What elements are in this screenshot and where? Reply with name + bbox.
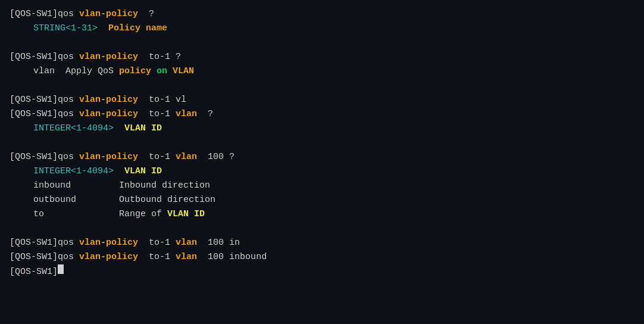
terminal-text: vlan-policy <box>79 150 138 164</box>
indent-spacer <box>10 193 33 207</box>
terminal-text: to-1 ? <box>138 50 181 64</box>
terminal-text: [QOS-SW1] <box>10 265 58 279</box>
terminal-text: [QOS-SW1] <box>10 150 58 164</box>
terminal-text: to-1 <box>138 236 176 250</box>
terminal-text: Outbound direction <box>119 193 215 207</box>
terminal-text: policy <box>119 64 151 79</box>
terminal-text: vlan <box>176 236 197 250</box>
terminal-text: [QOS-SW1] <box>10 236 58 250</box>
terminal-text: STRING<1-31> <box>33 21 108 36</box>
terminal-text: [QOS-SW1] <box>10 7 58 21</box>
terminal-text: to-1 <box>138 250 176 264</box>
terminal-text <box>74 7 79 21</box>
terminal-text: 100 ? <box>197 150 235 164</box>
line9: INTEGER<1-4094> VLAN ID <box>10 164 634 179</box>
terminal-text: ? <box>197 107 213 122</box>
terminal-text <box>74 107 79 122</box>
line7: INTEGER<1-4094> VLAN ID <box>10 122 634 136</box>
terminal-text <box>74 250 79 264</box>
blank3 <box>10 136 634 150</box>
terminal-text: vlan <box>176 107 197 122</box>
terminal-content: [QOS-SW1]qos vlan-policy ? STRING<1-31> … <box>10 7 634 279</box>
terminal-text: to-1 <box>138 107 176 122</box>
line14: [QOS-SW1]qos vlan-policy to-1 vlan 100 i… <box>10 250 634 264</box>
line10: inbound Inbound direction <box>10 179 634 193</box>
terminal-cursor <box>58 264 64 274</box>
line2: STRING<1-31> Policy name <box>10 21 634 36</box>
terminal-text: Range of <box>119 207 167 222</box>
terminal-text <box>151 64 157 79</box>
indent-spacer <box>10 207 33 222</box>
terminal-text: qos <box>58 236 74 250</box>
blank4 <box>10 222 634 236</box>
line8: [QOS-SW1]qos vlan-policy to-1 vlan 100 ? <box>10 150 634 164</box>
line6: [QOS-SW1]qos vlan-policy to-1 vlan ? <box>10 107 634 122</box>
terminal-text <box>74 50 79 64</box>
terminal-text: qos <box>58 93 74 107</box>
terminal-text <box>74 93 79 107</box>
indent-spacer <box>10 21 33 36</box>
terminal-text <box>74 150 79 164</box>
line3: [QOS-SW1]qos vlan-policy to-1 ? <box>10 50 634 64</box>
terminal-text: on <box>157 64 167 79</box>
terminal-text: vlan-policy <box>79 50 138 64</box>
terminal-text: [QOS-SW1] <box>10 50 58 64</box>
terminal-text: vlan-policy <box>79 7 138 21</box>
indent-spacer <box>10 122 33 136</box>
terminal-text: [QOS-SW1] <box>10 93 58 107</box>
terminal-text: vlan Apply QoS <box>33 64 119 79</box>
line4: vlan Apply QoS policy on VLAN <box>10 64 634 79</box>
terminal-text: to-1 <box>138 150 176 164</box>
terminal-text: VLAN <box>173 64 194 79</box>
terminal-text: Inbound direction <box>119 179 210 193</box>
terminal-text: vlan-policy <box>79 93 138 107</box>
indent-spacer <box>10 64 33 79</box>
terminal-text: [QOS-SW1] <box>10 107 58 122</box>
terminal-text: vlan <box>176 150 197 164</box>
terminal-text: qos <box>58 250 74 264</box>
blank1 <box>10 36 634 50</box>
terminal-text: vlan-policy <box>79 107 138 122</box>
terminal-text: ? <box>138 7 154 21</box>
terminal-text: INTEGER<1-4094> <box>33 122 124 136</box>
line12: to Range of VLAN ID <box>10 207 634 222</box>
terminal-text: VLAN ID <box>124 122 162 136</box>
terminal-text: vlan-policy <box>79 236 138 250</box>
terminal-text: qos <box>58 7 74 21</box>
line13: [QOS-SW1]qos vlan-policy to-1 vlan 100 i… <box>10 236 634 250</box>
terminal-text: inbound <box>33 179 119 193</box>
terminal-text: qos <box>58 150 74 164</box>
terminal-text: VLAN ID <box>124 164 162 179</box>
terminal-text: qos <box>58 107 74 122</box>
terminal-text: to <box>33 207 119 222</box>
line5: [QOS-SW1]qos vlan-policy to-1 vl <box>10 93 634 107</box>
line11: outbound Outbound direction <box>10 193 634 207</box>
terminal-text: VLAN ID <box>167 207 205 222</box>
terminal-text: vlan <box>176 250 197 264</box>
terminal-text: outbound <box>33 193 119 207</box>
terminal-window: [QOS-SW1]qos vlan-policy ? STRING<1-31> … <box>0 0 644 324</box>
indent-spacer <box>10 164 33 179</box>
terminal-text: 100 in <box>197 236 240 250</box>
terminal-text: [QOS-SW1] <box>10 250 58 264</box>
blank2 <box>10 79 634 93</box>
terminal-text: INTEGER<1-4094> <box>33 164 124 179</box>
terminal-text: to-1 vl <box>138 93 186 107</box>
terminal-text <box>167 64 173 79</box>
terminal-text: vlan-policy <box>79 250 138 264</box>
terminal-text: 100 inbound <box>197 250 267 264</box>
line1: [QOS-SW1]qos vlan-policy ? <box>10 7 634 21</box>
line15: [QOS-SW1] <box>10 264 634 279</box>
terminal-text <box>74 236 79 250</box>
terminal-text: Policy name <box>108 21 167 36</box>
indent-spacer <box>10 179 33 193</box>
terminal-text: qos <box>58 50 74 64</box>
